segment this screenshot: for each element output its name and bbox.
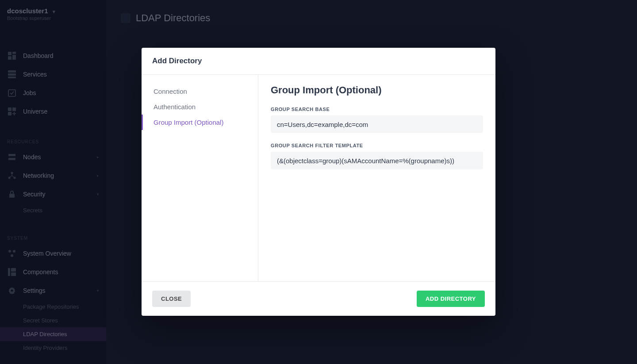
tab-connection[interactable]: Connection (142, 84, 258, 99)
group-search-filter-input[interactable] (271, 152, 483, 169)
add-directory-button[interactable]: ADD DIRECTORY (417, 291, 485, 307)
modal-footer: CLOSE ADD DIRECTORY (142, 281, 495, 316)
modal-overlay[interactable]: Add Directory Connection Authentication … (0, 0, 637, 364)
group-search-base-input[interactable] (271, 115, 483, 133)
modal-content: Group Import (Optional) GROUP SEARCH BAS… (258, 75, 495, 281)
modal-body: Connection Authentication Group Import (… (142, 75, 495, 281)
field-label: GROUP SEARCH BASE (271, 107, 483, 112)
close-button[interactable]: CLOSE (152, 291, 191, 307)
field-label: GROUP SEARCH FILTER TEMPLATE (271, 143, 483, 148)
field-group-search-base: GROUP SEARCH BASE (271, 107, 483, 133)
field-group-search-filter: GROUP SEARCH FILTER TEMPLATE (271, 143, 483, 169)
modal-title: Add Directory (142, 48, 495, 75)
add-directory-modal: Add Directory Connection Authentication … (142, 48, 495, 316)
tab-authentication[interactable]: Authentication (142, 99, 258, 115)
tab-group-import[interactable]: Group Import (Optional) (142, 115, 258, 130)
content-heading: Group Import (Optional) (271, 84, 483, 96)
modal-side-tabs: Connection Authentication Group Import (… (142, 75, 258, 281)
